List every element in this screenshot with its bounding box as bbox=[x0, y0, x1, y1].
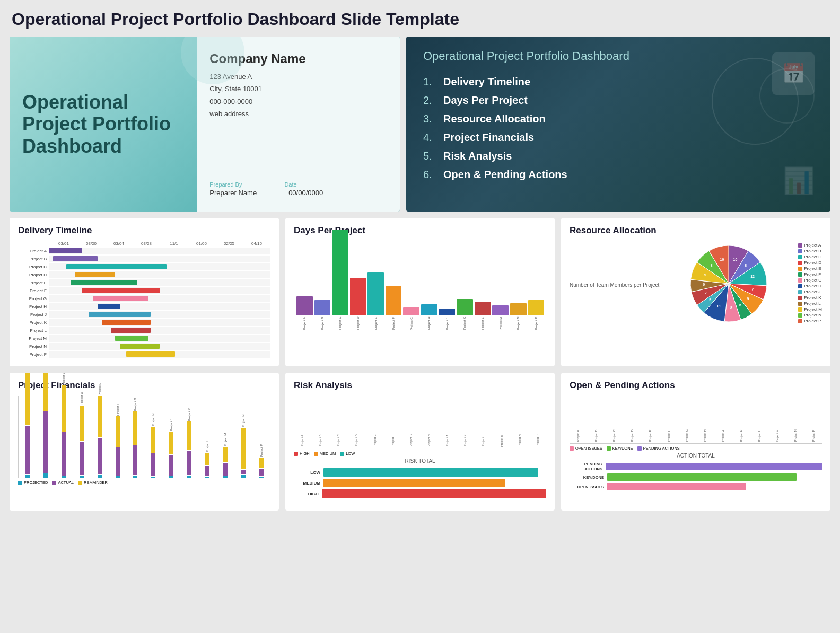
risk-legend: HIGH MEDIUM LOW bbox=[294, 451, 546, 456]
gantt-row: Project A bbox=[18, 248, 270, 254]
list-item: 1.Delivery Timeline bbox=[423, 73, 813, 91]
prepared-section: Prepared By Date Preparer Name 00/00/000… bbox=[209, 178, 387, 197]
actions-subtitle: ACTION TOTAL bbox=[570, 453, 822, 459]
svg-text:12: 12 bbox=[750, 275, 755, 278]
project-financials-panel: Project Financials Project AProject BPro… bbox=[10, 373, 279, 511]
svg-text:7: 7 bbox=[705, 291, 707, 295]
gantt-row: Project F bbox=[18, 287, 270, 294]
prepared-by-label: Prepared By bbox=[209, 181, 242, 188]
list-item: 4.Project Financials bbox=[423, 128, 813, 147]
charts-grid: Delivery Timeline 03/01 03/20 03/04 03/2… bbox=[10, 218, 830, 511]
gantt-row: Project L bbox=[18, 327, 270, 334]
risk-low-bar bbox=[323, 468, 538, 477]
gantt-row: Project H bbox=[18, 303, 270, 310]
svg-text:10: 10 bbox=[733, 258, 738, 261]
risk-chart: Project AProject BProject CProject DProj… bbox=[294, 396, 546, 502]
risk-analysis-title: Risk Analysis bbox=[294, 380, 546, 391]
gantt-row: Project N bbox=[18, 343, 270, 350]
prepared-labels: Prepared By Date bbox=[209, 181, 387, 188]
delivery-timeline-panel: Delivery Timeline 03/01 03/20 03/04 03/2… bbox=[10, 218, 279, 366]
prepared-values: Preparer Name 00/00/0000 bbox=[209, 189, 387, 197]
pie-chart-svg: 108127968115769810 bbox=[686, 241, 771, 326]
svg-text:8: 8 bbox=[711, 263, 713, 267]
pie-section: Number of Team Members per Project 10812… bbox=[570, 241, 822, 326]
agenda-title: Operational Project Portfolio Dashboard bbox=[423, 49, 813, 63]
pie-info: Number of Team Members per Project bbox=[570, 278, 659, 289]
gantt-row: Project D bbox=[18, 271, 270, 278]
open-pending-title: Open & Pending Actions bbox=[570, 380, 822, 391]
financials-chart: Project AProject BProject CProject DProj… bbox=[18, 396, 270, 494]
pie-wrapper: 108127968115769810 bbox=[664, 241, 793, 326]
delivery-timeline-title: Delivery Timeline bbox=[18, 225, 270, 236]
actions-grouped: Project AProject BProject CProject DProj… bbox=[570, 396, 822, 444]
days-bars: Project AProject BProject CProject DProj… bbox=[294, 241, 546, 331]
svg-text:8: 8 bbox=[730, 306, 732, 310]
preparer-name: Preparer Name bbox=[209, 189, 257, 197]
gantt-row: Project M bbox=[18, 335, 270, 342]
risk-grouped-bars: Project AProject BProject CProject DProj… bbox=[294, 396, 546, 449]
risk-analysis-panel: Risk Analysis Project AProject BProject … bbox=[285, 373, 555, 511]
action-horizontal: PENDING ACTIONS KEY/DONE OPEN ISSUES bbox=[570, 462, 822, 490]
svg-text:9: 9 bbox=[704, 273, 706, 277]
gantt-row: Project G bbox=[18, 295, 270, 302]
list-item: 5.Risk Analysis bbox=[423, 147, 813, 165]
svg-text:5: 5 bbox=[709, 298, 711, 302]
pending-bar bbox=[606, 463, 822, 470]
bar-chart-icon: 📊 bbox=[783, 166, 815, 196]
list-item: 2.Days Per Project bbox=[423, 91, 813, 110]
list-item: 3.Resource Allocation bbox=[423, 110, 813, 128]
cover-left: Operational Project Portfolio Dashboard bbox=[10, 37, 197, 212]
agenda-slide: Operational Project Portfolio Dashboard … bbox=[406, 37, 830, 212]
actions-legend: OPEN ISSUES KEY/DONE PENDING ACTIONS bbox=[570, 446, 822, 451]
cover-title: Operational Project Portfolio Dashboard bbox=[22, 91, 184, 157]
fin-bars: Project AProject BProject CProject DProj… bbox=[18, 396, 270, 478]
gantt-row: Project K bbox=[18, 319, 270, 326]
gantt-row: Project J bbox=[18, 311, 270, 318]
company-details: 123 Avenue A City, State 10001 000-000-0… bbox=[209, 71, 387, 120]
agenda-list: 1.Delivery Timeline 2.Days Per Project 3… bbox=[423, 73, 813, 184]
gantt-row: Project C bbox=[18, 263, 270, 270]
cover-right: Company Name 123 Avenue A City, State 10… bbox=[197, 37, 400, 212]
company-name: Company Name bbox=[209, 51, 387, 66]
gantt-row: Project E bbox=[18, 279, 270, 286]
resource-allocation-panel: Resource Allocation Number of Team Membe… bbox=[561, 218, 830, 366]
openissues-bar bbox=[607, 483, 746, 490]
svg-text:8: 8 bbox=[745, 263, 747, 267]
address-line1: 123 Avenue A bbox=[209, 71, 387, 83]
svg-text:6: 6 bbox=[739, 303, 741, 307]
svg-text:6: 6 bbox=[703, 283, 705, 286]
keydone-bar bbox=[607, 473, 797, 481]
svg-text:7: 7 bbox=[752, 287, 754, 291]
address-line2: City, State 10001 bbox=[209, 83, 387, 95]
top-row: Operational Project Portfolio Dashboard … bbox=[10, 37, 830, 212]
gantt-rows: Project AProject BProject CProject DProj… bbox=[18, 248, 270, 358]
risk-high-bar bbox=[322, 489, 546, 498]
days-per-project-panel: Days Per Project Project AProject BProje… bbox=[285, 218, 555, 366]
date-label: Date bbox=[284, 181, 296, 188]
gantt-dates: 03/01 03/20 03/04 03/28 11/1 01/06 02/25… bbox=[50, 241, 270, 246]
list-item: 6.Open & Pending Actions bbox=[423, 165, 813, 184]
svg-text:11: 11 bbox=[717, 304, 721, 308]
calendar-icon: 📅 bbox=[772, 52, 815, 95]
page-title: Operational Project Portfolio Dashboard … bbox=[10, 10, 830, 29]
pie-legend: Project AProject BProject CProject DProj… bbox=[798, 243, 822, 324]
risk-medium-bar bbox=[323, 479, 505, 487]
cover-slide: Operational Project Portfolio Dashboard … bbox=[10, 37, 400, 212]
svg-text:10: 10 bbox=[720, 258, 724, 261]
gantt-row: Project B bbox=[18, 256, 270, 262]
resource-allocation-title: Resource Allocation bbox=[570, 225, 822, 236]
fin-legend: PROJECTED ACTUAL REMAINDER bbox=[18, 480, 270, 485]
risk-horizontal: LOW MEDIUM HIGH bbox=[294, 468, 546, 498]
actions-chart: Project AProject BProject CProject DProj… bbox=[570, 396, 822, 502]
gantt-row: Project P bbox=[18, 351, 270, 358]
open-pending-panel: Open & Pending Actions Project AProject … bbox=[561, 373, 830, 511]
phone: 000-000-0000 bbox=[209, 95, 387, 108]
web: web address bbox=[209, 108, 387, 120]
risk-subtitle: RISK TOTAL bbox=[294, 458, 546, 464]
days-bar-chart: Project AProject BProject CProject DProj… bbox=[294, 241, 546, 342]
resource-subtitle: Number of Team Members per Project bbox=[570, 282, 659, 289]
date-value: 00/00/0000 bbox=[288, 189, 323, 197]
svg-text:9: 9 bbox=[747, 297, 749, 301]
